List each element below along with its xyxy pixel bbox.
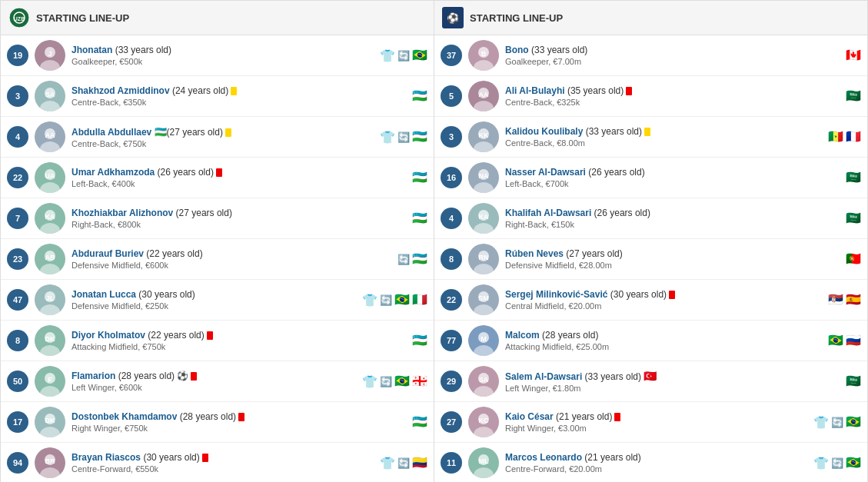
player-info: Bono (33 years old) Goalkeeper, €7.00m [505,45,815,66]
player-details: Attacking Midfield, €750k [72,342,381,351]
player-photo: AA [35,121,65,152]
flag-icon: 🇧🇷 [846,416,861,428]
jersey-number: 47 [7,289,28,311]
flag-icon: 🇪🇸 [846,294,861,306]
player-row: 11 ML Marcos Leonardo (21 years old) Cen… [434,443,867,482]
player-photo: AB [35,244,65,274]
player-photo: KA [35,203,65,234]
player-row: 7 KA Khozhiakbar Alizhonov (27 years old… [1,198,434,239]
player-name[interactable]: Marcos Leonardo (21 years old) [505,452,813,463]
jersey-number: 11 [441,452,462,474]
player-name[interactable]: Sergej Milinković-Savić (30 years old) [505,289,815,300]
player-info: Kalidou Koulibaly (33 years old) Centre-… [505,126,815,148]
jersey-number: 3 [7,85,28,107]
player-details: Centre-Back, €8.00m [505,138,815,148]
svg-text:F: F [48,376,52,384]
player-details: Left-Back, €400k [72,179,381,188]
player-name[interactable]: Flamarion (28 years old)⚽ [72,371,362,381]
player-name[interactable]: Rúben Neves (27 years old) [505,248,815,259]
svg-text:SM: SM [478,294,489,302]
player-photo: RN [468,244,499,274]
player-photo: SA [468,366,499,397]
player-photo: J [35,40,65,71]
player-name[interactable]: Brayan Riascos (30 years old) [72,452,380,463]
player-icons: 🇸🇳🇫🇷 [815,131,861,143]
player-details: Centre-Back, €325k [505,98,815,107]
jersey-number: 37 [441,45,462,66]
player-icons: 🇸🇦 [815,171,861,184]
player-name[interactable]: Dostonbek Khamdamov (28 years old) [72,411,381,422]
flag-icon: 🇷🇺 [846,334,861,347]
player-name[interactable]: Kalidou Koulibaly (33 years old) [505,126,815,137]
player-info: Diyor Kholmatov (22 years old) Attacking… [72,330,381,351]
player-name[interactable]: Jonatan Lucca (30 years old) [72,289,362,300]
jersey-number: 19 [7,45,28,66]
player-details: Right Winger, €3.00m [505,424,813,433]
player-name[interactable]: Ali Al-Bulayhi (35 years old) [505,85,815,96]
flag-icon: 🇸🇦 [846,171,861,184]
player-icons: 🇵🇹 [815,253,861,265]
player-icons: 🇺🇿 [381,171,427,184]
player-info: Marcos Leonardo (21 years old) Centre-Fo… [505,452,813,474]
player-photo: KA [468,203,499,234]
swap-icon: 🔄 [831,457,843,469]
player-name[interactable]: Malcom (28 years old) [505,330,815,341]
jersey-number: 8 [441,248,462,270]
player-name[interactable]: Khalifah Al-Dawsari (26 years old) [505,208,815,218]
player-name[interactable]: Umar Adkhamzoda (26 years old) [72,167,381,178]
player-name[interactable]: Kaio César (21 years old) [505,411,813,422]
player-row: 17 DK Dostonbek Khamdamov (28 years old)… [1,402,434,443]
player-photo: SA [35,81,65,111]
svg-text:NA: NA [479,172,489,180]
player-name[interactable]: Salem Al-Dawsari (33 years old)🇹🇷 [505,370,815,382]
player-icons: 👕🔄 🇧🇷 [813,415,861,430]
player-row: 94 BR Brayan Riascos (30 years old) Cent… [1,443,434,482]
player-name[interactable]: Khozhiakbar Alizhonov (27 years old) [72,208,381,218]
svg-text:AB: AB [45,254,55,261]
player-icons: 🇺🇿 [381,212,427,224]
svg-text:JL: JL [46,294,55,302]
team2-logo: ⚽ [442,7,464,28]
player-info: Rúben Neves (27 years old) Defensive Mid… [505,248,815,270]
player-details: Centre-Forward, €550k [72,464,380,474]
player-photo: UA [35,162,65,193]
flag-icon: 🇺🇿 [412,131,427,143]
player-name[interactable]: Bono (33 years old) [505,45,815,55]
swap-icon: 🔄 [397,457,410,469]
player-name[interactable]: Shakhzod Azmiddinov (24 years old) [72,85,381,96]
player-info: Khalifah Al-Dawsari (26 years old) Right… [505,208,815,229]
player-details: Right Winger, €750k [72,424,381,433]
flag-icon: 🇺🇿 [412,253,427,265]
swap-icon: 🔄 [380,294,392,306]
flag-icon: 🇸🇦 [846,90,861,102]
svg-text:B: B [481,50,487,58]
player-icons: 🇺🇿 [381,90,427,102]
player-row: 77 M Malcom (28 years old) Attacking Mid… [434,321,867,361]
svg-text:RN: RN [479,254,489,261]
player-icons: 🇸🇦 [815,212,861,224]
jersey-number: 4 [441,208,462,229]
swap-icon: 🔄 [397,50,410,61]
shirt-icon: 👕 [813,415,829,430]
player-info: Khozhiakbar Alizhonov (27 years old) Rig… [72,208,381,229]
jersey-number: 7 [7,208,28,229]
player-info: Abdulla Abdullaev 🇺🇿(27 years old) Centr… [72,126,380,148]
flag-icon: 🇸🇦 [846,375,861,387]
player-name[interactable]: Abdurauf Buriev (22 years old) [72,248,381,259]
svg-text:BR: BR [45,457,55,465]
svg-text:KA: KA [479,213,489,221]
player-info: Ali Al-Bulayhi (35 years old) Centre-Bac… [505,85,815,107]
shirt-icon: 👕 [362,293,377,307]
player-row: 29 SA Salem Al-Dawsari (33 years old)🇹🇷 … [434,361,867,402]
player-photo: AA [468,81,499,111]
svg-text:SA: SA [479,376,489,384]
player-info: Shakhzod Azmiddinov (24 years old) Centr… [72,85,381,107]
player-name[interactable]: Nasser Al-Dawsari (26 years old) [505,167,815,178]
player-name[interactable]: Abdulla Abdullaev 🇺🇿(27 years old) [72,126,380,138]
player-name[interactable]: Jhonatan (33 years old) [72,45,380,55]
team2-header: ⚽ STARTING LINE-UP [434,1,867,35]
player-info: Nasser Al-Dawsari (26 years old) Left-Ba… [505,167,815,188]
player-row: 3 KK Kalidou Koulibaly (33 years old) Ce… [434,117,867,158]
svg-text:⚽: ⚽ [447,12,460,25]
player-name[interactable]: Diyor Kholmatov (22 years old) [72,330,381,341]
